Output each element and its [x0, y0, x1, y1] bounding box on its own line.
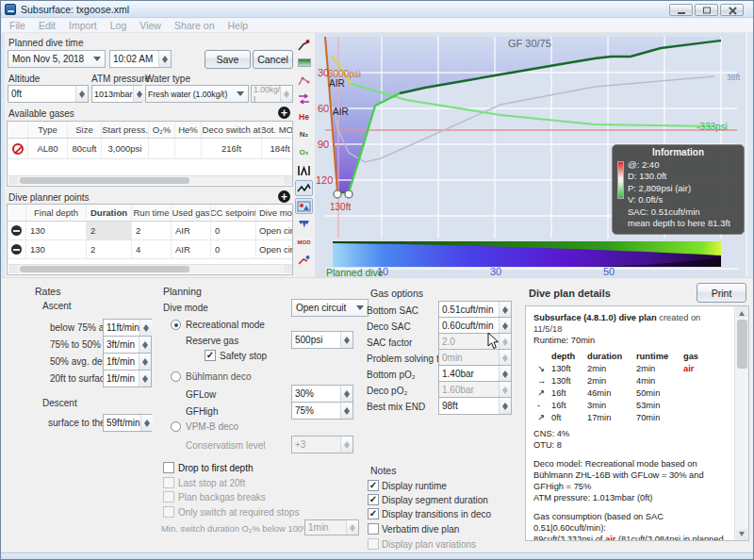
dive-profile-chart[interactable]: GF 30/75 30 60 90 120 3000psi AIR AIR 13…	[315, 33, 746, 277]
calculated-ceiling-icon[interactable]	[295, 252, 313, 268]
point-depth[interactable]: 130	[26, 240, 87, 258]
gas-deco-switch[interactable]: 216ft	[202, 139, 262, 158]
scroll-down-icon[interactable]	[736, 529, 747, 540]
vpmb-radio[interactable]	[171, 421, 181, 432]
drop-first-depth-checkbox[interactable]	[163, 462, 174, 473]
gases-header-mod[interactable]: Bot. MOD	[262, 122, 293, 138]
atm-pressure-field[interactable]: 1013mbar	[91, 85, 142, 103]
point-depth[interactable]: 130	[26, 222, 87, 239]
profile-line-icon[interactable]	[295, 180, 313, 196]
cancel-button[interactable]: Cancel	[253, 50, 293, 69]
tank-pressure-icon[interactable]	[295, 162, 313, 178]
rate-field-75to50[interactable]: 3ft/min	[103, 336, 152, 354]
waypoint-handle[interactable]	[334, 190, 341, 198]
print-button[interactable]: Print	[697, 283, 746, 303]
altitude-field[interactable]: 0ft	[8, 85, 89, 103]
minimize-button[interactable]	[669, 4, 693, 16]
time-spinner[interactable]	[158, 51, 171, 67]
scroll-thumb[interactable]	[20, 177, 189, 184]
verbatim-plan-label[interactable]: Verbatim dive plan	[382, 524, 459, 535]
point-duration[interactable]: 2	[87, 240, 132, 258]
altitude-spinner[interactable]	[75, 86, 88, 102]
scroll-left-icon[interactable]	[8, 265, 18, 273]
best-mix-end-field[interactable]: 98ft	[438, 397, 512, 415]
menu-log[interactable]: Log	[110, 20, 127, 31]
safety-stop-checkbox[interactable]	[205, 350, 216, 361]
he-graph-icon[interactable]: He	[295, 108, 313, 124]
gases-header-type[interactable]: Type	[28, 122, 68, 138]
remove-point-icon[interactable]	[11, 225, 22, 236]
time-field[interactable]: 10:02 AM	[109, 50, 172, 68]
buhlmann-radio[interactable]	[171, 371, 181, 382]
point-mode[interactable]: Open circuit	[256, 222, 293, 239]
point-gas[interactable]: AIR	[172, 240, 211, 258]
dive-mode-select[interactable]: Open circuit	[291, 299, 369, 317]
display-segment-checkbox[interactable]	[368, 494, 379, 505]
add-gas-button[interactable]	[278, 107, 290, 119]
points-hscrollbar[interactable]	[8, 264, 293, 273]
gases-header-he[interactable]: He%	[175, 122, 202, 138]
gas-he[interactable]	[175, 139, 202, 158]
gas-size[interactable]: 80cuft	[68, 139, 102, 158]
rate-field-descent[interactable]: 59ft/min	[103, 414, 152, 432]
gases-header-start[interactable]: Start press.	[102, 122, 149, 138]
point-mode[interactable]: Open circuit	[256, 240, 293, 258]
scroll-up-icon[interactable]	[736, 306, 747, 318]
menu-share-on[interactable]: Share on	[174, 20, 215, 31]
recreational-label[interactable]: Recreational mode	[186, 320, 265, 330]
points-header-mode[interactable]: Dive mode	[256, 205, 293, 221]
gases-header-deco-switch[interactable]: Deco switch at	[202, 122, 262, 138]
title-bar[interactable]: Subsurface: txgoose.xml	[1, 1, 753, 18]
safety-stop-label[interactable]: Safety stop	[220, 351, 267, 361]
cylinder-unused-icon[interactable]	[12, 143, 24, 155]
points-header-setpoint[interactable]: CC setpoint	[211, 205, 256, 221]
ascent-rate-icon[interactable]	[295, 37, 313, 53]
point-setpoint[interactable]: 0	[211, 222, 256, 239]
gas-change-icon[interactable]	[295, 91, 313, 107]
close-button[interactable]	[720, 4, 744, 16]
recreational-radio[interactable]	[171, 320, 181, 330]
menu-edit[interactable]: Edit	[39, 20, 56, 31]
gas-start-pressure[interactable]: 3,000psi	[102, 139, 149, 158]
buhlmann-label[interactable]: Bühlmann deco	[186, 371, 252, 382]
gas-type[interactable]: AL80	[28, 139, 68, 158]
points-header-runtime[interactable]: Run time	[132, 205, 172, 221]
gases-header-o2[interactable]: O₂%	[149, 122, 175, 138]
maximize-button[interactable]	[695, 4, 718, 16]
display-transitions-label[interactable]: Display transitions in deco	[382, 509, 491, 519]
rate-field-50to20[interactable]: 1ft/min	[103, 353, 152, 371]
point-runtime[interactable]: 4	[132, 240, 172, 258]
point-row[interactable]: 130 2 2 AIR 0 Open circuit	[8, 222, 292, 240]
n2-graph-icon[interactable]: N₂	[295, 126, 313, 142]
dive-plan-details[interactable]: Subsurface (4.8.1.0) dive plan created o…	[525, 305, 749, 541]
gflow-field[interactable]: 30%	[291, 385, 353, 403]
gases-header-size[interactable]: Size	[68, 122, 102, 138]
menu-view[interactable]: View	[139, 20, 161, 31]
vpmb-label[interactable]: VPM-B deco	[186, 421, 238, 432]
waypoint-handle[interactable]	[345, 190, 352, 198]
date-picker[interactable]: Mon Nov 5, 2018	[8, 50, 106, 68]
scroll-thumb[interactable]	[20, 266, 189, 272]
display-transitions-checkbox[interactable]	[368, 508, 379, 519]
atm-spinner[interactable]	[133, 86, 145, 102]
gas-mod[interactable]: 184ft	[262, 139, 293, 158]
ceiling-icon[interactable]	[295, 216, 313, 232]
point-setpoint[interactable]: 0	[211, 240, 256, 258]
gases-hscrollbar[interactable]	[8, 175, 293, 185]
tissue-heatmap-icon[interactable]	[295, 55, 313, 71]
point-duration[interactable]: 2	[87, 222, 132, 239]
points-header-gas[interactable]: Used gas	[172, 205, 211, 221]
scroll-right-icon[interactable]	[284, 176, 293, 185]
scroll-thumb[interactable]	[737, 320, 747, 369]
menu-file[interactable]: File	[9, 20, 25, 31]
remove-point-icon[interactable]	[11, 244, 22, 255]
scroll-right-icon[interactable]	[284, 265, 293, 273]
gases-table[interactable]: Type Size Start press. O₂% He% Deco swit…	[7, 121, 293, 187]
water-type-select[interactable]: Fresh water (1.00kg/ℓ)	[145, 85, 249, 103]
dive-points-icon[interactable]	[295, 73, 313, 89]
gas-row[interactable]: AL80 80cuft 3,000psi 216ft 184ft	[8, 139, 292, 159]
rate-field-below75[interactable]: 11ft/min	[103, 319, 152, 337]
add-point-button[interactable]	[278, 190, 290, 203]
scroll-left-icon[interactable]	[8, 176, 18, 185]
menu-import[interactable]: Import	[69, 20, 97, 31]
